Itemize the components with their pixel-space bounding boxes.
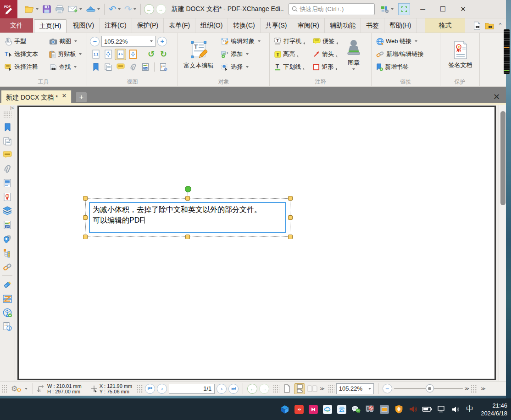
bookmarks-pane-button[interactable] xyxy=(90,62,101,73)
statusbar-options-button[interactable]: ⚙⚙ xyxy=(10,384,28,393)
undo-button[interactable]: ↶ xyxy=(107,2,122,16)
add-object-button[interactable]: T添加 xyxy=(219,49,250,59)
reading-order-panel-icon[interactable] xyxy=(2,293,13,304)
select-object-button[interactable]: 选择 xyxy=(219,62,250,72)
resize-handle-e[interactable] xyxy=(288,215,293,220)
statusbar-zoom-combo[interactable]: 105.22% xyxy=(336,383,374,394)
tray-horn-icon[interactable] xyxy=(408,404,418,414)
menu-tab-review[interactable]: 审阅(R) xyxy=(292,18,324,33)
pdf-page[interactable]: 为减小体积，去掉了除中文和英文以外的部分文件。 可以编辑的PDF xyxy=(17,106,496,380)
menu-tab-form[interactable]: 表单(F) xyxy=(164,18,195,33)
tray-shield-icon[interactable] xyxy=(394,404,404,414)
menu-tab-format[interactable]: 格式 xyxy=(425,18,465,33)
statusbar-zoom-out[interactable]: − xyxy=(383,384,392,393)
attachments-pane-button[interactable] xyxy=(127,62,139,73)
fit-page-button[interactable] xyxy=(102,49,114,60)
tray-volume-icon[interactable] xyxy=(450,404,461,414)
tray-yun-app-icon[interactable]: 云 xyxy=(337,404,347,414)
taskbar-clock[interactable]: 21:46 2024/6/18 xyxy=(481,402,507,417)
bookmarks-panel-icon[interactable] xyxy=(2,122,13,133)
tray-3d-app-icon[interactable] xyxy=(280,404,290,414)
layout-more-chevron[interactable]: ≫ xyxy=(320,386,324,391)
accessibility-panel-icon[interactable] xyxy=(2,307,13,318)
save-button[interactable] xyxy=(40,2,53,16)
tray-pink-app-icon[interactable] xyxy=(308,404,318,414)
statusbar-grip3[interactable] xyxy=(273,385,279,393)
tray-cloud-app-icon[interactable] xyxy=(322,404,333,414)
highlight-button[interactable]: T高亮 xyxy=(272,49,311,59)
snapshot-button[interactable]: 截图 xyxy=(47,36,79,46)
rotate-left-button[interactable]: ↺ xyxy=(145,49,157,60)
menu-tab-organize[interactable]: 组织(O) xyxy=(195,18,228,33)
resize-handle-s[interactable] xyxy=(185,235,190,239)
tabbar-close-button[interactable]: ✕ xyxy=(493,92,500,102)
preferences-button[interactable]: ⚙ xyxy=(158,62,169,73)
close-button[interactable]: ✕ xyxy=(453,0,473,18)
tab-close-icon[interactable]: ✕ xyxy=(62,92,67,99)
web-links-button[interactable]: Web 链接 xyxy=(374,36,419,46)
zoom-slider-thumb[interactable] xyxy=(426,384,434,392)
sticky-note-button[interactable]: 便签 xyxy=(311,36,340,46)
actual-size-button[interactable]: 1:1 xyxy=(90,49,101,60)
view-back-button[interactable]: ← xyxy=(247,384,257,394)
quick-launch-search[interactable]: 快速启动 (Ctrl+.) xyxy=(289,3,375,15)
fit-visible-button[interactable] xyxy=(127,49,139,60)
underline-button[interactable]: T下划线 xyxy=(272,62,311,72)
ime-indicator[interactable]: 中 xyxy=(465,404,475,414)
menu-tab-view[interactable]: 视图(V) xyxy=(67,18,100,33)
zoom-level-combo[interactable]: 105.22% xyxy=(101,36,156,47)
minimize-button[interactable]: ─ xyxy=(413,0,433,18)
first-page-button[interactable]: ⏮ xyxy=(145,384,155,394)
statusbar-grip2[interactable] xyxy=(137,385,143,393)
zoom-slider[interactable] xyxy=(394,388,463,389)
select-text-button[interactable]: T选择文本 xyxy=(3,49,40,59)
layers-panel-icon[interactable] xyxy=(2,205,13,216)
print-button[interactable] xyxy=(53,2,66,16)
form-fields-panel-icon[interactable] xyxy=(2,178,13,189)
zoom-more-chevron[interactable]: ≫ xyxy=(465,386,469,391)
ui-options-button[interactable] xyxy=(378,2,395,16)
prev-page-button[interactable]: ‹ xyxy=(157,384,167,394)
last-page-button[interactable]: ⏭ xyxy=(228,384,239,394)
links-panel-icon[interactable] xyxy=(2,261,13,272)
structure-tree-panel-icon[interactable] xyxy=(2,247,13,258)
new-tab-button[interactable]: + xyxy=(75,92,87,103)
email-button[interactable] xyxy=(66,2,84,16)
search-folder-icon[interactable] xyxy=(485,22,494,30)
clipboard-button[interactable]: 剪贴板 xyxy=(47,49,83,59)
sign-document-button[interactable]: 签名文档 xyxy=(443,35,478,74)
menu-tab-protect[interactable]: 保护(P) xyxy=(132,18,164,33)
fullscreen-button[interactable] xyxy=(398,3,410,15)
rectangle-button[interactable]: 矩形 xyxy=(311,62,339,72)
maximize-button[interactable]: ☐ xyxy=(433,0,453,18)
fit-width-button[interactable] xyxy=(115,49,126,60)
stamp-button[interactable]: 图章 xyxy=(341,35,366,74)
resize-handle-nw[interactable] xyxy=(83,196,88,201)
menu-tab-share[interactable]: 共享(S) xyxy=(261,18,293,33)
history-forward-button[interactable]: → xyxy=(156,4,166,14)
resize-handle-ne[interactable] xyxy=(288,196,293,201)
single-page-layout-button[interactable] xyxy=(281,383,292,394)
thumbnails-panel-icon[interactable] xyxy=(2,136,13,147)
rotate-right-button[interactable]: ↻ xyxy=(158,49,169,60)
menu-tab-bookmarks[interactable]: 书签 xyxy=(361,18,384,33)
continuous-layout-button[interactable] xyxy=(294,383,305,394)
menu-tab-help[interactable]: 帮助(H) xyxy=(384,18,417,33)
comments-pane-button[interactable] xyxy=(115,62,126,73)
tray-battery-icon[interactable] xyxy=(422,404,432,414)
two-page-layout-button[interactable] xyxy=(307,383,318,394)
menu-tab-convert[interactable]: 转换(C) xyxy=(228,18,260,33)
add-edit-link-button[interactable]: 新增/编辑链接 xyxy=(374,49,426,59)
tray-network-icon[interactable] xyxy=(436,404,446,414)
statusbar-grip[interactable] xyxy=(2,385,8,393)
rich-text-edit-button[interactable]: T 富文本编辑 xyxy=(181,35,217,74)
menu-tab-comment[interactable]: 注释(C) xyxy=(100,18,132,33)
resize-handle-sw[interactable] xyxy=(83,235,88,239)
resize-handle-n[interactable] xyxy=(185,196,190,201)
history-back-button[interactable]: ← xyxy=(144,4,154,14)
statusbar-grip5[interactable] xyxy=(471,385,477,393)
signatures-panel-icon[interactable] xyxy=(2,191,13,202)
destinations-panel-icon[interactable] xyxy=(2,233,13,244)
menu-file[interactable]: 文件 xyxy=(0,18,33,33)
rich-text-editbox[interactable]: 为减小体积，去掉了除中文和英文以外的部分文件。 可以编辑的PDF xyxy=(89,202,286,233)
